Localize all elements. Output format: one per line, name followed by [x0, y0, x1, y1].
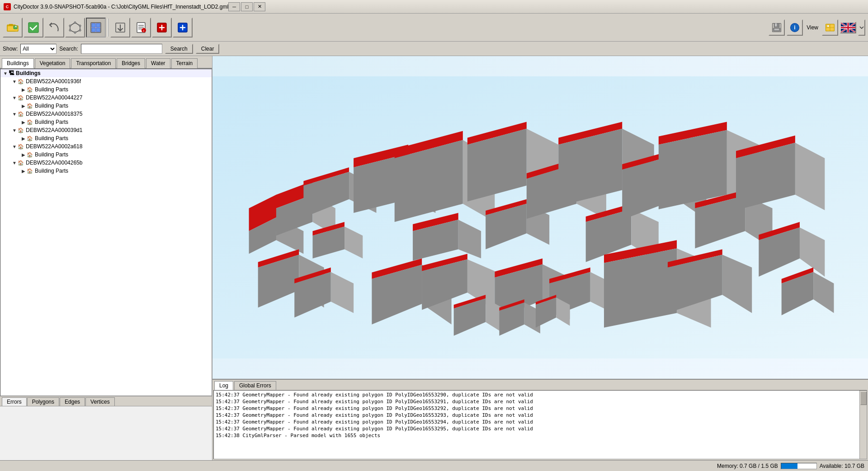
tab-water[interactable]: Water	[146, 58, 170, 68]
language-flag[interactable]	[840, 22, 856, 33]
memory-bar	[781, 463, 817, 469]
log-line-2: 15:42:37 GeometryMapper - Found already …	[216, 405, 865, 412]
fix-red-button[interactable]	[152, 18, 172, 38]
close-button[interactable]: ✕	[254, 2, 265, 11]
tree-building-2[interactable]: ▼ 🏠 DEBW522AA00044227	[9, 94, 212, 102]
svg-point-6	[79, 25, 81, 27]
minimize-button[interactable]: ─	[228, 2, 240, 11]
svg-rect-27	[775, 23, 777, 26]
expander-2[interactable]: ▼	[11, 95, 18, 100]
svg-text:!: !	[143, 29, 144, 33]
building-parts-5[interactable]: ▶ 🏠 Building Parts	[19, 151, 212, 159]
info-button[interactable]: i	[787, 19, 803, 36]
search-input[interactable]	[81, 44, 162, 54]
tab-errors[interactable]: Errors	[2, 397, 27, 406]
building-parts-4[interactable]: ▶ 🏠 Building Parts	[19, 134, 212, 142]
validate-button[interactable]	[24, 18, 43, 38]
log-scrollbar[interactable]	[859, 391, 867, 459]
tree-building-4[interactable]: ▼ 🏠 DEBW522AA000039d1	[9, 126, 212, 134]
log-line-4: 15:42:37 GeometryMapper - Found already …	[216, 419, 865, 425]
search-label: Search:	[59, 46, 78, 52]
available-text: Available: 10.7 GB	[820, 463, 864, 469]
report-button[interactable]: !	[131, 18, 151, 38]
main-toolbar: !	[0, 14, 868, 42]
tree-root-buildings[interactable]: ▼ 🏗 Buildings	[0, 69, 212, 77]
log-scrollbar-thumb[interactable]	[860, 391, 867, 405]
tab-terrain[interactable]: Terrain	[171, 58, 198, 68]
bp-expander-1[interactable]: ▶	[20, 87, 27, 92]
error-panel	[0, 406, 212, 460]
tab-vertices[interactable]: Vertices	[85, 397, 115, 406]
category-tabs: Buildings Vegetation Transportation Brid…	[0, 56, 212, 69]
toolbar-right: i View	[769, 19, 865, 36]
building-parts-3[interactable]: ▶ 🏠 Building Parts	[19, 118, 212, 126]
building-parts-2[interactable]: ▶ 🏠 Building Parts	[19, 102, 212, 110]
view-label: View	[805, 24, 820, 31]
memory-bar-fill	[781, 463, 798, 469]
tree-building-5[interactable]: ▼ 🏠 DEBW522AA0002a618	[9, 142, 212, 151]
svg-point-5	[74, 22, 76, 24]
toolbar-separator-1	[108, 19, 108, 37]
root-expander[interactable]: ▼	[2, 71, 9, 76]
log-line-3: 15:42:37 GeometryMapper - Found already …	[216, 412, 865, 419]
svg-point-10	[69, 25, 71, 27]
undo-button[interactable]	[44, 18, 64, 38]
log-area: Log Global Errors 15:42:37 GeometryMappe…	[212, 379, 868, 460]
svg-marker-4	[70, 23, 80, 33]
3d-viewport[interactable]	[212, 56, 868, 379]
maximize-button[interactable]: □	[241, 2, 253, 11]
analysis-tabs: Errors Polygons Edges Vertices	[0, 396, 212, 406]
search-button[interactable]: Search	[165, 44, 193, 54]
tree-item-3: ▼ 🏠 DEBW522AA00018375 ▶ 🏠 Building Parts	[0, 110, 212, 126]
open-button[interactable]	[3, 18, 23, 38]
log-line-5: 15:42:37 GeometryMapper - Found already …	[216, 425, 865, 432]
tree-building-3[interactable]: ▼ 🏠 DEBW522AA00018375	[9, 110, 212, 118]
polygon-tool-button[interactable]	[65, 18, 85, 38]
svg-point-8	[74, 32, 76, 33]
tree-item-5: ▼ 🏠 DEBW522AA0002a618 ▶ 🏠 Building Parts	[0, 142, 212, 159]
building-2-id: DEBW522AA00044227	[26, 94, 82, 101]
tab-vegetation[interactable]: Vegetation	[35, 58, 71, 68]
building-1-id: DEBW522AA0001936f	[26, 78, 81, 85]
window-controls: ─ □ ✕	[228, 2, 265, 11]
svg-rect-29	[774, 28, 779, 30]
tree-building-6[interactable]: ▼ 🏠 DEBW522AA0004265b	[9, 159, 212, 167]
active-mode-button[interactable]	[86, 18, 106, 38]
tree-item-4: ▼ 🏠 DEBW522AA000039d1 ▶ 🏠 Building Parts	[0, 126, 212, 142]
svg-rect-12	[92, 24, 95, 27]
clear-button[interactable]: Clear	[196, 44, 220, 54]
show-select[interactable]: All Errors Valid	[20, 44, 57, 54]
fix-blue-button[interactable]	[173, 18, 193, 38]
tree-building-1[interactable]: ▼ 🏠 DEBW522AA0001936f	[9, 77, 212, 85]
export-button[interactable]	[110, 18, 130, 38]
expander-1[interactable]: ▼	[11, 79, 18, 84]
tree-item-1: ▼ 🏠 DEBW522AA0001936f ▶ 🏠 Building Parts	[0, 77, 212, 94]
svg-point-7	[79, 29, 81, 31]
svg-rect-13	[96, 24, 100, 27]
building-parts-1[interactable]: ▶ 🏠 Building Parts	[19, 85, 212, 94]
dropdown-arrow-button[interactable]	[858, 19, 865, 36]
building-parts-6[interactable]: ▶ 🏠 Building Parts	[19, 167, 212, 175]
save-button[interactable]	[769, 19, 785, 36]
tab-bridges[interactable]: Bridges	[117, 58, 145, 68]
search-toolbar: Show: All Errors Valid Search: Search Cl…	[0, 42, 868, 56]
app-icon: C	[4, 3, 11, 10]
tree-root-label: Buildings	[16, 70, 41, 76]
log-line-1: 15:42:37 GeometryMapper - Found already …	[216, 398, 865, 405]
tab-transportation[interactable]: Transportation	[71, 58, 116, 68]
memory-text: Memory: 0.7 GB / 1.5 GB	[717, 463, 778, 469]
memory-info: Memory: 0.7 GB / 1.5 GB Available: 10.7 …	[717, 463, 864, 469]
tree-item-6: ▼ 🏠 DEBW522AA0004265b ▶ 🏠 Building Parts	[0, 159, 212, 175]
view-icon-button[interactable]	[822, 19, 838, 36]
titlebar: C CityDoctor 3.9.0-SNAPSHOT-5cab90a - C:…	[0, 0, 868, 14]
tab-polygons[interactable]: Polygons	[27, 397, 59, 406]
svg-rect-15	[96, 28, 100, 32]
tab-edges[interactable]: Edges	[60, 397, 85, 406]
global-errors-tab[interactable]: Global Errors	[234, 381, 276, 390]
svg-point-9	[69, 29, 71, 31]
window-title: CityDoctor 3.9.0-SNAPSHOT-5cab90a - C:\J…	[14, 4, 228, 10]
main-content: Buildings Vegetation Transportation Brid…	[0, 56, 868, 460]
log-tab[interactable]: Log	[214, 381, 233, 390]
tab-buildings[interactable]: Buildings	[2, 58, 34, 68]
svg-rect-14	[92, 28, 95, 32]
